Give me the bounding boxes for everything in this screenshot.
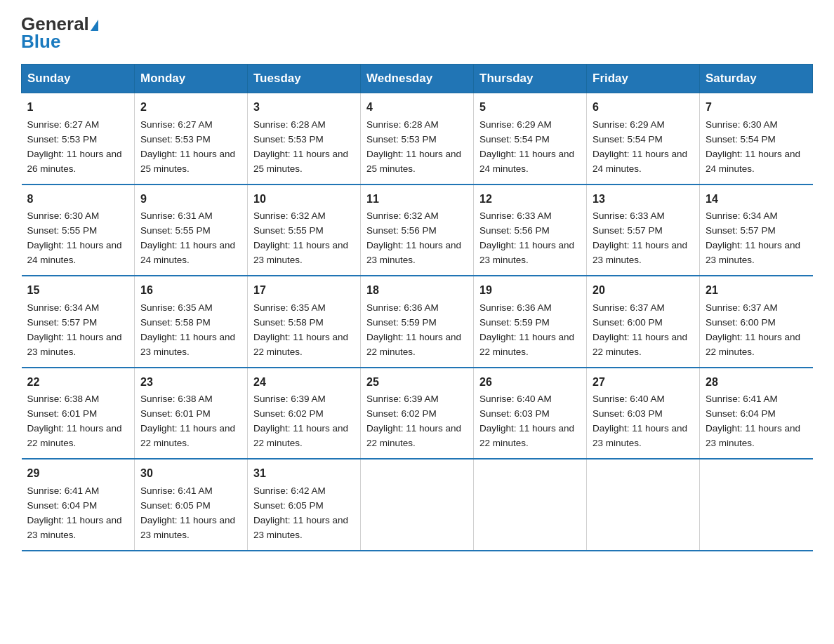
day-number: 10 [253,191,355,208]
daylight-text: Daylight: 11 hours and 23 minutes. [706,240,800,265]
calendar-cell: 26Sunrise: 6:40 AMSunset: 6:03 PMDayligh… [474,368,587,459]
sunset-text: Sunset: 6:00 PM [706,317,776,328]
daylight-text: Daylight: 11 hours and 23 minutes. [593,423,687,448]
col-header-saturday: Saturday [700,65,813,93]
day-number: 31 [253,465,355,483]
calendar-cell: 7Sunrise: 6:30 AMSunset: 5:54 PMDaylight… [700,93,813,185]
daylight-text: Daylight: 11 hours and 23 minutes. [253,240,348,265]
daylight-text: Daylight: 11 hours and 23 minutes. [140,332,235,357]
sunrise-text: Sunrise: 6:40 AM [479,394,552,404]
sunset-text: Sunset: 5:55 PM [253,225,324,236]
sunset-text: Sunset: 5:58 PM [253,317,324,328]
calendar-cell [700,459,813,550]
calendar-cell: 19Sunrise: 6:36 AMSunset: 5:59 PMDayligh… [474,276,587,367]
day-number: 21 [706,282,807,300]
sunrise-text: Sunrise: 6:41 AM [140,485,213,496]
daylight-text: Daylight: 11 hours and 24 minutes. [27,240,122,265]
sunset-text: Sunset: 5:59 PM [479,317,550,328]
sunset-text: Sunset: 6:04 PM [27,500,98,511]
day-number: 6 [593,99,694,116]
sunrise-text: Sunrise: 6:32 AM [253,210,326,221]
calendar-cell: 30Sunrise: 6:41 AMSunset: 6:05 PMDayligh… [135,459,248,550]
calendar-cell: 27Sunrise: 6:40 AMSunset: 6:03 PMDayligh… [587,368,700,459]
sunrise-text: Sunrise: 6:38 AM [140,394,213,404]
sunset-text: Sunset: 6:04 PM [706,408,776,419]
daylight-text: Daylight: 11 hours and 25 minutes. [366,149,461,174]
sunset-text: Sunset: 5:53 PM [27,134,98,145]
logo-text-blue: Blue [21,32,60,52]
calendar-week-4: 22Sunrise: 6:38 AMSunset: 6:01 PMDayligh… [22,368,813,459]
daylight-text: Daylight: 11 hours and 23 minutes. [27,332,122,357]
sunset-text: Sunset: 5:53 PM [366,134,437,145]
sunset-text: Sunset: 6:02 PM [253,408,324,419]
day-number: 19 [479,282,581,300]
sunset-text: Sunset: 6:03 PM [479,408,550,419]
sunset-text: Sunset: 5:53 PM [253,134,324,145]
sunrise-text: Sunrise: 6:28 AM [366,119,439,130]
daylight-text: Daylight: 11 hours and 23 minutes. [593,240,687,265]
daylight-text: Daylight: 11 hours and 26 minutes. [27,149,122,174]
col-header-wednesday: Wednesday [361,65,474,93]
sunset-text: Sunset: 6:02 PM [366,408,437,419]
sunrise-text: Sunrise: 6:39 AM [366,394,439,404]
sunset-text: Sunset: 6:05 PM [140,500,211,511]
sunset-text: Sunset: 6:01 PM [140,408,211,419]
page-header: General Blue [21,14,813,51]
daylight-text: Daylight: 11 hours and 22 minutes. [479,423,574,448]
col-header-friday: Friday [587,65,700,93]
daylight-text: Daylight: 11 hours and 23 minutes. [479,240,574,265]
sunrise-text: Sunrise: 6:29 AM [479,119,552,130]
day-number: 3 [253,99,355,116]
daylight-text: Daylight: 11 hours and 24 minutes. [140,240,235,265]
day-number: 4 [366,99,468,116]
day-number: 16 [140,282,241,300]
col-header-tuesday: Tuesday [248,65,361,93]
calendar-cell: 17Sunrise: 6:35 AMSunset: 5:58 PMDayligh… [248,276,361,367]
day-number: 8 [27,191,129,208]
calendar-cell: 28Sunrise: 6:41 AMSunset: 6:04 PMDayligh… [700,368,813,459]
sunrise-text: Sunrise: 6:27 AM [140,119,213,130]
daylight-text: Daylight: 11 hours and 22 minutes. [366,332,461,357]
col-header-monday: Monday [135,65,248,93]
sunrise-text: Sunrise: 6:41 AM [27,485,100,496]
sunrise-text: Sunrise: 6:34 AM [27,302,100,313]
day-number: 26 [479,374,581,391]
calendar-cell: 20Sunrise: 6:37 AMSunset: 6:00 PMDayligh… [587,276,700,367]
sunrise-text: Sunrise: 6:27 AM [27,119,100,130]
calendar-cell: 11Sunrise: 6:32 AMSunset: 5:56 PMDayligh… [361,185,474,276]
calendar-cell: 31Sunrise: 6:42 AMSunset: 6:05 PMDayligh… [248,459,361,550]
sunrise-text: Sunrise: 6:30 AM [27,210,100,221]
sunset-text: Sunset: 5:59 PM [366,317,437,328]
calendar-cell: 14Sunrise: 6:34 AMSunset: 5:57 PMDayligh… [700,185,813,276]
calendar-cell: 9Sunrise: 6:31 AMSunset: 5:55 PMDaylight… [135,185,248,276]
calendar-cell: 24Sunrise: 6:39 AMSunset: 6:02 PMDayligh… [248,368,361,459]
day-number: 18 [366,282,468,300]
daylight-text: Daylight: 11 hours and 24 minutes. [593,149,687,174]
calendar-cell: 16Sunrise: 6:35 AMSunset: 5:58 PMDayligh… [135,276,248,367]
day-number: 25 [366,374,468,391]
day-number: 17 [253,282,355,300]
sunrise-text: Sunrise: 6:30 AM [706,119,778,130]
calendar-cell: 1Sunrise: 6:27 AMSunset: 5:53 PMDaylight… [22,93,135,185]
day-number: 12 [479,191,581,208]
calendar-header-row: SundayMondayTuesdayWednesdayThursdayFrid… [22,65,813,93]
daylight-text: Daylight: 11 hours and 22 minutes. [27,423,122,448]
sunset-text: Sunset: 5:56 PM [479,225,550,236]
sunrise-text: Sunrise: 6:35 AM [253,302,326,313]
day-number: 27 [593,374,694,391]
sunset-text: Sunset: 6:00 PM [593,317,663,328]
calendar-cell: 2Sunrise: 6:27 AMSunset: 5:53 PMDaylight… [135,93,248,185]
sunset-text: Sunset: 5:53 PM [140,134,211,145]
sunrise-text: Sunrise: 6:36 AM [479,302,552,313]
daylight-text: Daylight: 11 hours and 22 minutes. [253,423,348,448]
daylight-text: Daylight: 11 hours and 22 minutes. [253,332,348,357]
daylight-text: Daylight: 11 hours and 22 minutes. [366,423,461,448]
calendar-cell [361,459,474,550]
daylight-text: Daylight: 11 hours and 23 minutes. [366,240,461,265]
sunrise-text: Sunrise: 6:33 AM [593,210,665,221]
sunrise-text: Sunrise: 6:31 AM [140,210,213,221]
daylight-text: Daylight: 11 hours and 22 minutes. [479,332,574,357]
logo-triangle-icon [91,20,98,31]
sunset-text: Sunset: 5:57 PM [706,225,776,236]
day-number: 11 [366,191,468,208]
